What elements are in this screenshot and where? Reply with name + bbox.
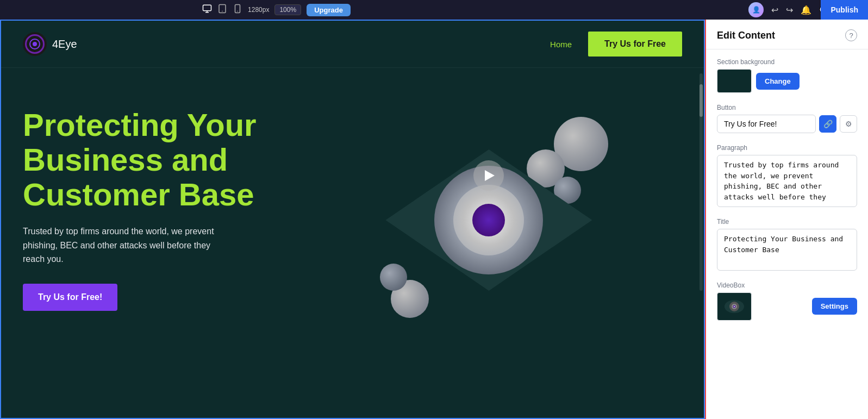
site-preview: 4Eye Home Try Us for Free Protecting You… [0, 20, 705, 419]
desktop-icon[interactable] [202, 4, 212, 16]
paragraph-group: Paragraph Trusted by top firms around th… [717, 144, 857, 207]
hero-content: Protecting Your Business and Customer Ba… [23, 108, 353, 311]
svg-point-4 [222, 11, 223, 12]
videobox-thumbnail [717, 292, 752, 321]
title-field-label: Title [717, 218, 857, 226]
logo-icon-inner [25, 34, 45, 54]
logo-text: 4Eye [52, 38, 77, 51]
resolution-label: 1280px [248, 6, 269, 14]
section-background-label: Section background [717, 58, 857, 66]
section-background-group: Section background Change [717, 58, 857, 93]
background-color-swatch[interactable] [717, 69, 752, 93]
button-input[interactable] [717, 115, 816, 133]
canvas-area: 4Eye Home Try Us for Free Protecting You… [0, 20, 705, 419]
button-link-icon[interactable]: 🔗 [819, 115, 836, 133]
button-field-label: Button [717, 104, 857, 111]
edit-panel-header: Edit Content ? [706, 20, 868, 49]
site-logo: 4Eye [23, 32, 77, 56]
hero-cta-button[interactable]: Try Us for Free! [23, 284, 117, 311]
tablet-icon[interactable] [217, 4, 227, 16]
undo-icon[interactable]: ↩ [771, 5, 778, 15]
scrollbar[interactable] [700, 73, 703, 291]
redo-icon[interactable]: ↪ [786, 5, 793, 15]
title-group: Title Protecting Your Business and Custo… [717, 218, 857, 271]
navbar-cta-button[interactable]: Try Us for Free [588, 32, 682, 57]
edit-panel-title: Edit Content [717, 30, 775, 41]
publish-button[interactable]: Publish [821, 0, 868, 20]
svg-point-11 [734, 306, 735, 307]
device-switcher: 1280px 100% Upgrade [202, 4, 351, 16]
hero-title: Protecting Your Business and Customer Ba… [23, 108, 353, 211]
videobox-group: VideoBox Settings [717, 282, 857, 321]
videobox-row: Settings [717, 292, 857, 321]
logo-icon [23, 32, 47, 56]
edit-panel-body: Section background Change Button 🔗 ⚙ Par… [706, 49, 868, 329]
section-background-row: Change [717, 69, 857, 93]
paragraph-label: Paragraph [717, 144, 857, 152]
videobox-thumb-icon [722, 297, 746, 316]
logo-eye-dot [33, 42, 37, 46]
main-layout: 4Eye Home Try Us for Free Protecting You… [0, 20, 868, 419]
edit-panel: Edit Content ? Section background Change… [705, 20, 868, 419]
mobile-icon[interactable] [233, 4, 242, 16]
site-navbar: 4Eye Home Try Us for Free [1, 21, 704, 68]
svg-point-6 [237, 11, 238, 12]
scrollbar-thumb [700, 84, 703, 117]
hero-graphic [296, 84, 682, 356]
title-textarea[interactable]: Protecting Your Business and Customer Ba… [717, 229, 857, 271]
button-group: Button 🔗 ⚙ [717, 104, 857, 133]
site-nav-links: Home Try Us for Free [550, 32, 682, 57]
paragraph-textarea[interactable]: Trusted by top firms around the world, w… [717, 155, 857, 207]
videobox-settings-button[interactable]: Settings [812, 298, 857, 315]
svg-rect-0 [203, 5, 211, 11]
button-input-row: 🔗 ⚙ [717, 115, 857, 133]
help-button[interactable]: ? [845, 29, 857, 41]
zoom-selector[interactable]: 100% [274, 4, 301, 15]
play-button[interactable] [473, 160, 504, 191]
videobox-label: VideoBox [717, 282, 857, 289]
eye-graphic [358, 106, 619, 334]
upgrade-button[interactable]: Upgrade [307, 4, 351, 16]
button-gear-icon[interactable]: ⚙ [840, 115, 857, 133]
toolbar: 1280px 100% Upgrade 👤 ↩ ↪ 🔔 💬 ⚙ 👁 Publis… [0, 0, 868, 20]
site-hero: Protecting Your Business and Customer Ba… [1, 68, 704, 340]
nav-home-link[interactable]: Home [550, 40, 572, 49]
notification-icon[interactable]: 🔔 [801, 5, 811, 15]
change-background-button[interactable]: Change [756, 73, 800, 90]
hero-subtitle: Trusted by top firms around the world, w… [23, 224, 229, 266]
eye-circle-inner [472, 204, 505, 236]
user-avatar[interactable]: 👤 [748, 2, 764, 17]
